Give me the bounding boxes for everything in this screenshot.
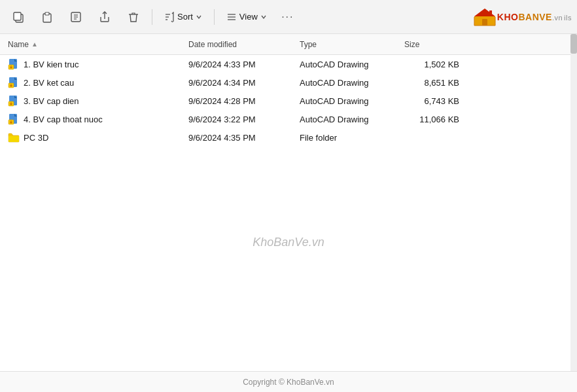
delete-icon [127,10,140,24]
table-row[interactable]: 4. BV cap thoat nuoc 9/6/2024 3:22 PM Au… [0,110,577,128]
file-name: 1. BV kien truc [5,58,188,70]
sort-chevron-icon [196,14,202,20]
column-name-header[interactable]: Name ▲ [5,40,188,49]
footer-copyright: Copyright © KhoBanVe.vn [243,378,334,387]
file-list-header: Name ▲ Date modified Type Size [0,34,577,55]
paste-icon [41,10,54,24]
file-date: 9/6/2024 3:22 PM [188,115,300,124]
file-icon-container [8,58,20,70]
file-name-text: PC 3D [24,133,48,143]
file-name-text: 2. BV ket cau [24,78,74,88]
file-type: File folder [300,133,404,143]
view-chevron-icon [260,14,267,20]
file-size: 6,743 KB [404,96,470,106]
scrollbar[interactable] [570,34,577,371]
file-name: PC 3D [5,132,188,143]
table-row[interactable]: 1. BV kien truc 9/6/2024 4:33 PM AutoCAD… [0,55,577,73]
sort-label: Sort [177,12,193,22]
column-type-header[interactable]: Type [300,40,404,49]
file-date: 9/6/2024 4:33 PM [188,60,300,69]
svg-rect-1 [14,12,21,20]
name-sort-arrow-icon: ▲ [31,41,38,48]
folder-icon [8,132,20,143]
brand-name: KHOBANVE.vnils [497,11,572,22]
brand-area: KHOBANVE.vnils [474,7,572,27]
separator-2 [214,9,215,25]
file-type: AutoCAD Drawing [300,78,404,88]
file-list: 1. BV kien truc 9/6/2024 4:33 PM AutoCAD… [0,55,577,147]
column-size-header[interactable]: Size [404,40,470,49]
sort-button[interactable]: Sort [158,5,209,29]
svg-rect-18 [482,19,487,26]
file-icon-container [8,132,20,143]
file-name-text: 4. BV cap thoat nuoc [24,115,103,124]
file-type: AutoCAD Drawing [300,96,404,106]
dwg-file-icon [8,58,20,70]
dwg-file-icon [8,95,20,107]
copy-button[interactable] [5,5,31,29]
file-date: 9/6/2024 4:28 PM [188,96,300,106]
column-date-header[interactable]: Date modified [188,40,300,49]
rename-icon [69,10,82,24]
view-button[interactable]: View [220,5,273,29]
more-dots-icon: ··· [281,11,294,23]
brand-logo-icon [474,7,496,27]
file-name: 3. BV cap dien [5,95,188,107]
svg-rect-3 [45,12,49,15]
house-icon [474,7,496,27]
svg-marker-17 [474,9,495,16]
footer: Copyright © KhoBanVe.vn [0,371,577,392]
more-options-button[interactable]: ··· [276,5,300,29]
watermark: KhoBanVe.vn [253,236,324,249]
file-type: AutoCAD Drawing [300,60,404,69]
paste-button[interactable] [34,5,60,29]
file-icon-container [8,113,20,125]
delete-button[interactable] [120,5,147,29]
file-name-text: 3. BV cap dien [24,96,79,106]
table-row[interactable]: 3. BV cap dien 9/6/2024 4:28 PM AutoCAD … [0,92,577,110]
table-row[interactable]: PC 3D 9/6/2024 4:35 PM File folder [0,128,577,147]
sort-icon [164,12,175,22]
separator-1 [152,9,152,25]
table-row[interactable]: 2. BV ket cau 9/6/2024 4:34 PM AutoCAD D… [0,73,577,92]
file-date: 9/6/2024 4:34 PM [188,78,300,88]
svg-rect-25 [10,85,12,87]
svg-rect-19 [489,10,492,15]
rename-button[interactable] [63,5,89,29]
svg-rect-31 [10,122,12,124]
svg-rect-22 [10,67,12,69]
file-icon-container [8,77,20,88]
dwg-file-icon [8,77,20,88]
svg-rect-28 [10,103,12,105]
share-icon [98,10,111,24]
file-name: 2. BV ket cau [5,77,188,88]
file-date: 9/6/2024 4:35 PM [188,133,300,143]
view-icon [226,12,237,22]
file-name: 4. BV cap thoat nuoc [5,113,188,125]
view-label: View [239,12,258,22]
copy-icon [12,10,25,24]
file-size: 11,066 KB [404,115,470,124]
file-size: 8,651 KB [404,78,470,88]
toolbar: Sort View ··· [0,0,577,34]
file-size: 1,502 KB [404,60,470,69]
dwg-file-icon [8,113,20,125]
file-icon-container [8,95,20,107]
share-button[interactable] [92,5,118,29]
file-name-text: 1. BV kien truc [24,60,79,69]
scrollbar-thumb[interactable] [570,34,577,54]
file-type: AutoCAD Drawing [300,115,404,124]
